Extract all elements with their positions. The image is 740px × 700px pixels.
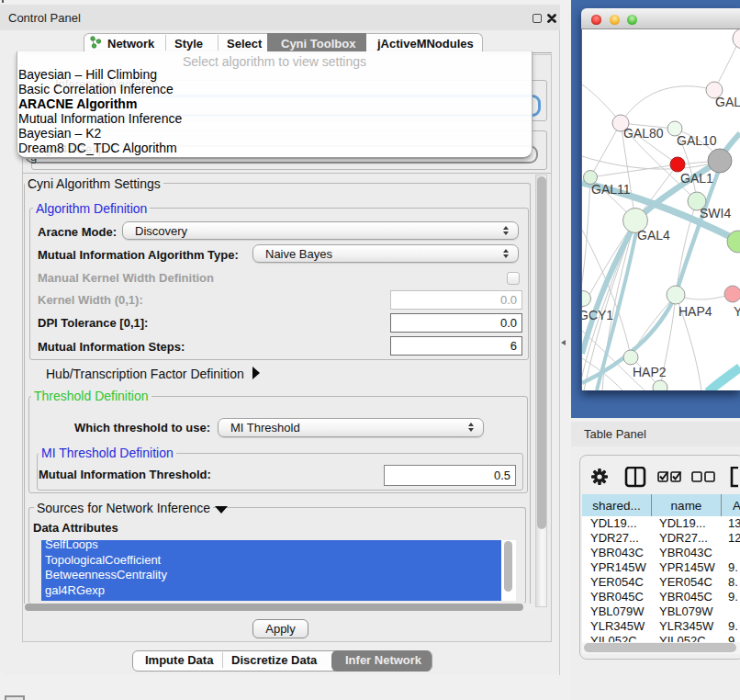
svg-text:GAL10: GAL10 xyxy=(677,133,717,148)
svg-text:HAP4: HAP4 xyxy=(678,304,712,319)
svg-text:GAL11: GAL11 xyxy=(591,182,631,197)
svg-text:GAL80: GAL80 xyxy=(623,126,664,141)
svg-text:GAL4: GAL4 xyxy=(637,228,670,243)
svg-text:SWI4: SWI4 xyxy=(700,206,731,220)
svg-text:GAL2: GAL2 xyxy=(715,95,740,109)
svg-text:GAL1: GAL1 xyxy=(680,171,713,186)
svg-text:HAP2: HAP2 xyxy=(633,365,667,379)
svg-text:Y: Y xyxy=(734,304,740,319)
svg-text:GCY1: GCY1 xyxy=(582,308,613,322)
